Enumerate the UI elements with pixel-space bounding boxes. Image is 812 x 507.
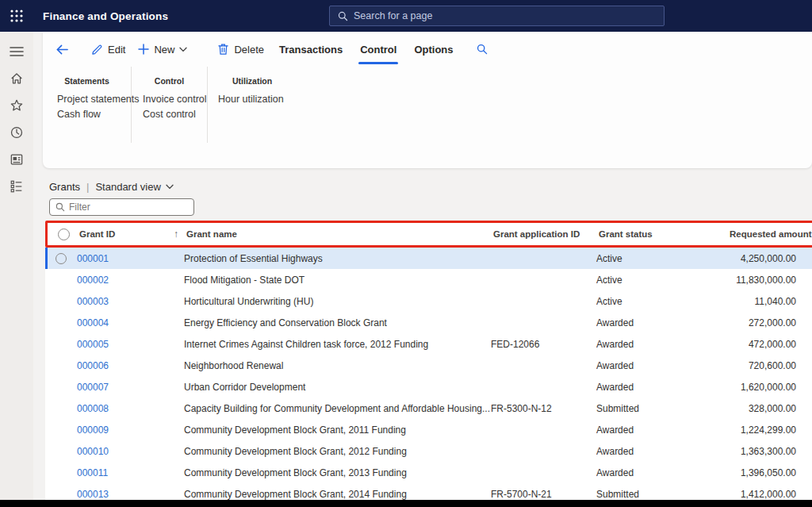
grant-id-link[interactable]: 000002	[77, 275, 109, 286]
list-caption[interactable]: Grants	[49, 181, 80, 193]
row-select-radio[interactable]	[45, 317, 77, 328]
tab-control[interactable]: Control	[351, 32, 405, 67]
cost-control-button[interactable]: Cost control	[143, 107, 207, 122]
tab-options[interactable]: Options	[405, 32, 462, 67]
column-header-grant-status[interactable]: Grant status	[599, 229, 730, 239]
table-row[interactable]: 000009 Community Development Block Grant…	[45, 419, 812, 440]
grant-id-link[interactable]: 000013	[77, 489, 109, 500]
menu-icon[interactable]	[0, 38, 33, 65]
cash-flow-button[interactable]: Cash flow	[57, 107, 131, 122]
search-icon	[56, 202, 65, 212]
grant-id-cell: 000010	[77, 446, 184, 457]
row-select-radio[interactable]	[45, 489, 77, 500]
trash-icon	[217, 43, 229, 56]
view-selector[interactable]: Standard view	[95, 181, 173, 193]
grant-application-id-cell: FED-12066	[491, 339, 596, 350]
sort-ascending-icon[interactable]: ↑	[174, 229, 178, 240]
grant-id-link[interactable]: 000008	[77, 403, 109, 414]
edit-button[interactable]: Edit	[85, 32, 132, 67]
ribbon-group-statements: Statements Project statements Cash flow	[43, 67, 132, 143]
requested-amount-cell: 11,040.00	[727, 296, 812, 307]
table-row[interactable]: 000008 Capacity Building for Community D…	[45, 398, 812, 419]
recent-clock-icon[interactable]	[0, 119, 33, 146]
grant-status-cell: Awarded	[596, 360, 727, 371]
back-button[interactable]	[49, 32, 77, 67]
commandbar-search-button[interactable]	[470, 32, 494, 67]
new-button[interactable]: New	[132, 32, 193, 67]
grant-name-cell: Flood Mitigation - State DOT	[184, 275, 491, 286]
command-bar: Edit New Delete Transactions Control	[43, 32, 812, 67]
row-select-radio[interactable]	[45, 446, 77, 457]
home-icon[interactable]	[0, 65, 33, 92]
grant-id-cell: 000013	[77, 489, 184, 500]
column-header-grant-application-id[interactable]: Grant application ID	[493, 229, 599, 239]
column-header-grant-id[interactable]: Grant ID ↑	[79, 229, 186, 240]
row-select-radio[interactable]	[45, 403, 77, 414]
row-select-radio[interactable]	[45, 424, 77, 436]
waffle-icon	[10, 9, 24, 23]
grant-id-cell: 000001	[77, 253, 184, 264]
row-select-radio[interactable]	[45, 253, 77, 264]
invoice-control-button[interactable]: Invoice control	[143, 92, 207, 107]
grant-id-link[interactable]: 000007	[77, 382, 109, 393]
project-statements-button[interactable]: Project statements	[57, 92, 131, 107]
table-row[interactable]: 000004 Energy Efficiency and Conservatio…	[45, 312, 812, 333]
grant-name-cell: Urban Corridor Development	[184, 382, 491, 393]
grant-status-cell: Submitted	[596, 489, 727, 500]
grant-application-id-cell: FR-5700-N-21	[491, 489, 596, 500]
row-select-radio[interactable]	[45, 360, 77, 371]
row-select-radio[interactable]	[45, 296, 77, 307]
ribbon-group-control: Control Invoice control Cost control	[132, 67, 208, 143]
grant-id-link[interactable]: 000011	[77, 467, 108, 478]
ribbon-group-title: Utilization	[218, 76, 319, 86]
filter-box[interactable]	[49, 198, 194, 216]
main-content: Edit New Delete Transactions Control	[33, 32, 812, 507]
grant-id-cell: 000011	[77, 467, 184, 478]
page-search-box[interactable]	[329, 6, 665, 26]
grant-id-link[interactable]: 000006	[77, 360, 109, 371]
table-row[interactable]: 000011 Community Development Block Grant…	[45, 462, 812, 483]
grant-id-cell: 000009	[77, 424, 184, 436]
row-select-radio[interactable]	[45, 339, 77, 350]
select-all-radio[interactable]	[48, 229, 79, 240]
grant-status-cell: Awarded	[596, 382, 727, 393]
table-row[interactable]: 000001 Protection of Essential Highways …	[45, 248, 812, 269]
delete-button[interactable]: Delete	[211, 32, 270, 67]
radio-icon	[58, 229, 70, 240]
column-header-grant-name[interactable]: Grant name	[186, 229, 493, 239]
grant-id-link[interactable]: 000004	[77, 317, 109, 328]
table-row[interactable]: 000010 Community Development Block Grant…	[45, 440, 812, 462]
ribbon-group-title: Statements	[57, 76, 117, 86]
radio-icon	[56, 253, 67, 264]
requested-amount-cell: 4,250,000.00	[727, 253, 812, 264]
table-row[interactable]: 000003 Horticultural Underwriting (HU) A…	[45, 290, 812, 312]
grant-id-link[interactable]: 000005	[77, 339, 109, 350]
grant-status-cell: Awarded	[596, 424, 727, 436]
table-body: 000001 Protection of Essential Highways …	[45, 248, 812, 505]
table-row[interactable]: 000006 Neighborhood Renewal Awarded 720,…	[45, 355, 812, 376]
filter-input[interactable]	[69, 202, 180, 213]
table-row[interactable]: 000005 Internet Crimes Against Children …	[45, 333, 812, 355]
page-search-input[interactable]	[354, 10, 623, 21]
grant-name-cell: Capacity Building for Community Developm…	[184, 403, 491, 414]
grant-id-link[interactable]: 000003	[77, 296, 109, 307]
grants-grid: Grant ID ↑ Grant name Grant application …	[45, 221, 812, 505]
nav-sidebar	[0, 32, 33, 507]
grant-id-link[interactable]: 000010	[77, 446, 109, 457]
column-header-requested-amount[interactable]: Requested amount	[730, 229, 812, 239]
row-select-radio[interactable]	[45, 275, 77, 286]
row-select-radio[interactable]	[45, 467, 77, 478]
workspaces-icon[interactable]	[0, 146, 33, 173]
hour-utilization-button[interactable]: Hour utilization	[218, 92, 319, 107]
grant-id-cell: 000006	[77, 360, 184, 371]
table-row[interactable]: 000007 Urban Corridor Development Awarde…	[45, 376, 812, 398]
tab-transactions[interactable]: Transactions	[270, 32, 351, 67]
row-select-radio[interactable]	[45, 382, 77, 393]
grant-id-link[interactable]: 000001	[77, 253, 109, 264]
back-arrow-icon	[56, 44, 69, 56]
modules-icon[interactable]	[0, 173, 33, 200]
favorites-star-icon[interactable]	[0, 92, 33, 119]
grant-id-link[interactable]: 000009	[77, 424, 109, 436]
waffle-icon[interactable]	[0, 0, 33, 32]
table-row[interactable]: 000002 Flood Mitigation - State DOT Acti…	[45, 269, 812, 290]
